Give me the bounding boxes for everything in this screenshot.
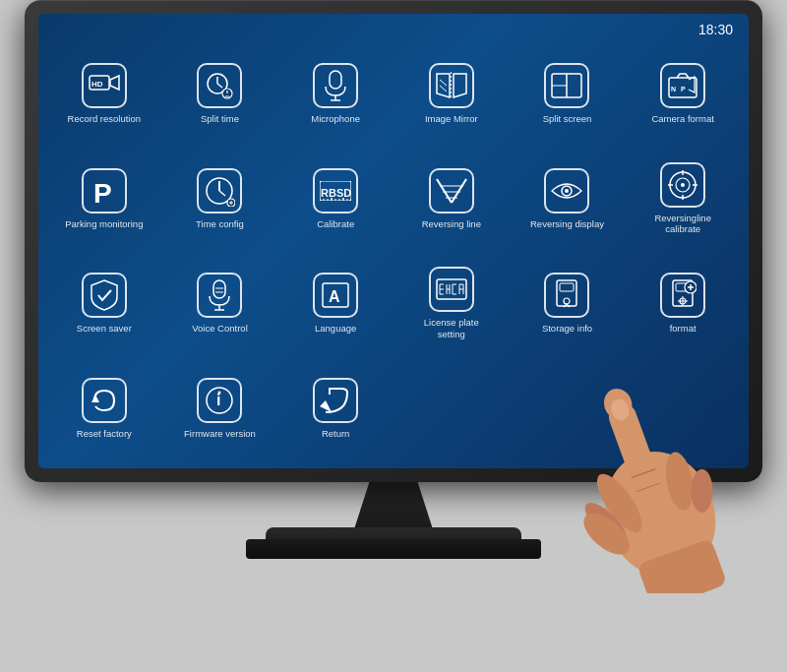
svg-point-99 (576, 506, 636, 562)
svg-text:N: N (671, 86, 676, 92)
voice-control-label: Voice Control (192, 323, 248, 334)
clock-settings-icon (197, 63, 242, 108)
storage-info-label: Storage info (542, 323, 592, 334)
info-icon: i (197, 378, 242, 423)
menu-item-license-plate[interactable]: License plate setting (395, 253, 508, 354)
record-resolution-label: Record resolution (68, 113, 141, 124)
reset-icon (82, 378, 127, 423)
firmware-version-label: Firmware version (184, 428, 256, 439)
reversingline-calibrate-label: Reversingline calibrate (643, 213, 722, 235)
menu-item-record-resolution[interactable]: HD Record resolution (48, 43, 160, 145)
empty-cell-2 (512, 358, 624, 459)
svg-point-52 (681, 183, 685, 187)
menu-item-firmware-version[interactable]: i Firmware version (164, 358, 276, 459)
shield-check-icon (82, 273, 127, 318)
eye-icon (544, 168, 589, 214)
camera-format-label: Camera format (651, 113, 713, 124)
language-icon: A (313, 273, 358, 318)
monitor-wrapper: 18:30 HD Record resolution (10, 0, 777, 672)
svg-rect-53 (213, 280, 225, 298)
split-screen-label: Split screen (543, 113, 592, 124)
reversing-line-icon (429, 168, 474, 214)
time-config-icon (197, 168, 242, 214)
license-plate-icon (429, 267, 474, 312)
svg-text:RBSD: RBSD (321, 187, 351, 199)
svg-text:HD: HD (91, 80, 103, 89)
menu-item-reversingline-calibrate[interactable]: Reversingline calibrate (627, 149, 739, 250)
svg-line-16 (440, 86, 447, 92)
menu-item-storage-info[interactable]: Storage info (512, 253, 624, 354)
svg-point-77 (564, 298, 570, 304)
menu-item-parking-monitoring[interactable]: P Parking monitoring (48, 149, 160, 250)
return-icon (313, 378, 358, 423)
svg-point-89 (218, 391, 221, 394)
menu-item-microphone[interactable]: Microphone (279, 43, 392, 145)
menu-item-reset-factory[interactable]: Reset factory (48, 358, 160, 459)
menu-item-return[interactable]: Return (279, 358, 392, 459)
reversing-line-label: Reversing line (422, 218, 481, 229)
svg-line-39 (437, 179, 452, 203)
svg-marker-12 (437, 74, 450, 97)
svg-point-96 (578, 497, 633, 551)
menu-item-split-time[interactable]: Split time (164, 43, 276, 145)
menu-item-time-config[interactable]: Time config (164, 149, 276, 250)
target-icon (660, 162, 705, 208)
language-label: Language (315, 323, 356, 334)
image-mirror-label: Image Mirror (425, 113, 478, 124)
menu-item-screen-saver[interactable]: Screen saver (48, 253, 160, 354)
parking-monitoring-label: Parking monitoring (65, 218, 143, 229)
svg-point-45 (565, 189, 569, 193)
reset-factory-label: Reset factory (77, 428, 132, 439)
format-label: format (670, 323, 696, 334)
svg-rect-76 (560, 283, 574, 291)
menu-item-calibrate[interactable]: RBSD Calibrate (279, 149, 392, 250)
camera-format-icon: N P (660, 63, 705, 108)
svg-marker-13 (454, 74, 466, 97)
microphone-label: Microphone (311, 113, 360, 124)
monitor-stand-neck (354, 480, 433, 529)
svg-line-26 (219, 191, 225, 196)
svg-marker-90 (320, 400, 332, 412)
parking-icon: P (82, 168, 127, 214)
monitor-bezel: 18:30 HD Record resolution (25, 0, 762, 482)
calibrate-label: Calibrate (317, 218, 354, 229)
monitor-stand-base (266, 527, 521, 559)
menu-item-voice-control[interactable]: Voice Control (164, 253, 276, 354)
time-display: 18:30 (698, 22, 733, 37)
split-screen-icon (544, 63, 589, 108)
svg-line-40 (452, 179, 466, 203)
svg-text:P: P (681, 86, 686, 92)
menu-item-format[interactable]: format (627, 253, 739, 354)
empty-cell-1 (395, 358, 508, 459)
svg-marker-2 (110, 76, 119, 90)
menu-item-image-mirror[interactable]: Image Mirror (395, 43, 508, 145)
menu-item-language[interactable]: A Language (279, 253, 392, 354)
empty-cell-3 (627, 358, 739, 459)
mirror-icon (429, 63, 474, 108)
monitor-screen: 18:30 HD Record resolution (38, 14, 749, 468)
svg-rect-92 (636, 538, 727, 593)
svg-line-101 (636, 483, 660, 492)
menu-item-reversing-line[interactable]: Reversing line (395, 149, 508, 250)
svg-line-15 (440, 80, 447, 86)
menu-item-split-screen[interactable]: Split screen (512, 43, 624, 145)
menu-item-camera-format[interactable]: N P Camera format (627, 43, 739, 145)
time-config-label: Time config (196, 218, 244, 229)
license-plate-label: License plate setting (412, 317, 491, 339)
svg-text:A: A (329, 288, 340, 305)
microphone-icon (313, 63, 358, 108)
voice-control-icon (197, 273, 242, 318)
svg-rect-9 (330, 71, 341, 89)
format-disk-icon (660, 273, 705, 318)
svg-text:P: P (93, 178, 112, 207)
svg-line-5 (217, 84, 222, 88)
reversing-display-label: Reversing display (530, 218, 604, 229)
storage-icon (544, 273, 589, 318)
menu-item-reversing-display[interactable]: Reversing display (512, 149, 624, 250)
screen-saver-label: Screen saver (77, 323, 132, 334)
svg-marker-86 (91, 395, 99, 402)
split-time-label: Split time (201, 113, 239, 124)
calibrate-icon: RBSD (313, 168, 358, 214)
menu-grid: HD Record resolution (38, 14, 749, 468)
hd-video-icon: HD (82, 63, 127, 108)
